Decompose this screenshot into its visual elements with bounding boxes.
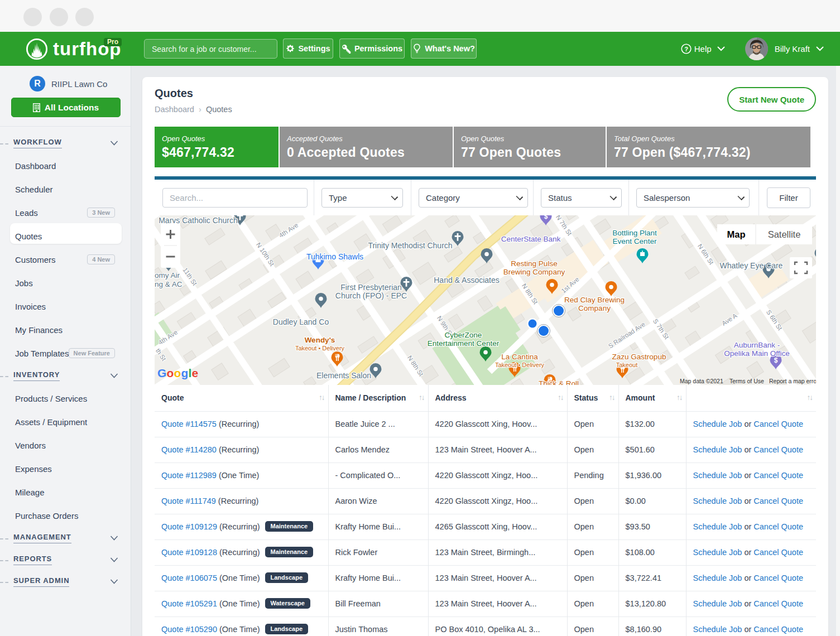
svg-text:AuburnBank -: AuburnBank - [734,341,780,349]
svg-text:omy Air: omy Air [155,271,180,280]
svg-text:Terms of Use: Terms of Use [729,378,764,384]
svg-text:Wendy's: Wendy's [305,336,335,344]
svg-text:CyberZone: CyberZone [445,331,482,339]
svg-text:e: e [192,367,199,379]
svg-text:g: g [181,367,189,379]
svg-text:Company: Company [578,304,611,312]
svg-text:l: l [189,367,192,379]
svg-text:Report a map error: Report a map error [769,378,816,384]
svg-text:o: o [167,367,174,379]
svg-text:Bottling Plant: Bottling Plant [612,229,657,237]
svg-text:Map data ©2021: Map data ©2021 [680,378,723,384]
svg-text:Elements Salon: Elements Salon [316,371,371,380]
svg-text:Brewing Company: Brewing Company [503,268,565,276]
svg-text:Takeout • Delivery: Takeout • Delivery [495,362,545,368]
svg-text:Entertainment Center: Entertainment Center [428,339,500,348]
svg-text:CenterState Bank: CenterState Bank [501,235,561,243]
svg-text:?: ? [684,46,688,52]
svg-text:G: G [157,367,166,379]
svg-text:Takeout: Takeout [616,362,638,368]
svg-text:Church (FPO) - EPC: Church (FPO) - EPC [335,291,407,300]
svg-text:Zazu Gastropub: Zazu Gastropub [612,353,666,361]
svg-text:Hand & Associates: Hand & Associates [434,276,500,285]
svg-text:Resting Pulse: Resting Pulse [511,259,557,268]
svg-text:ng & AC: ng & AC [155,280,183,288]
svg-text:Tuhkimo Shawls: Tuhkimo Shawls [306,252,363,261]
svg-text:$: $ [544,215,548,220]
svg-text:o: o [174,367,181,379]
svg-text:Takeout • Delivery: Takeout • Delivery [295,345,345,351]
svg-text:Trinity Methodist Church: Trinity Methodist Church [368,241,452,250]
svg-text:Satellite: Satellite [768,229,801,239]
svg-text:Dudley Land Co: Dudley Land Co [273,317,329,326]
svg-text:La Cantina: La Cantina [501,353,538,361]
svg-text:Thick & Roll: Thick & Roll [539,379,579,385]
svg-text:Opelika Main Office: Opelika Main Office [724,349,790,358]
svg-text:Event Center: Event Center [613,237,657,245]
svg-text:Whatley Eye Care: Whatley Eye Care [720,261,783,270]
svg-text:Map: Map [727,229,746,239]
svg-text:Red Clay Brewing: Red Clay Brewing [564,296,625,304]
svg-text:First Presbyterian: First Presbyterian [340,283,402,292]
